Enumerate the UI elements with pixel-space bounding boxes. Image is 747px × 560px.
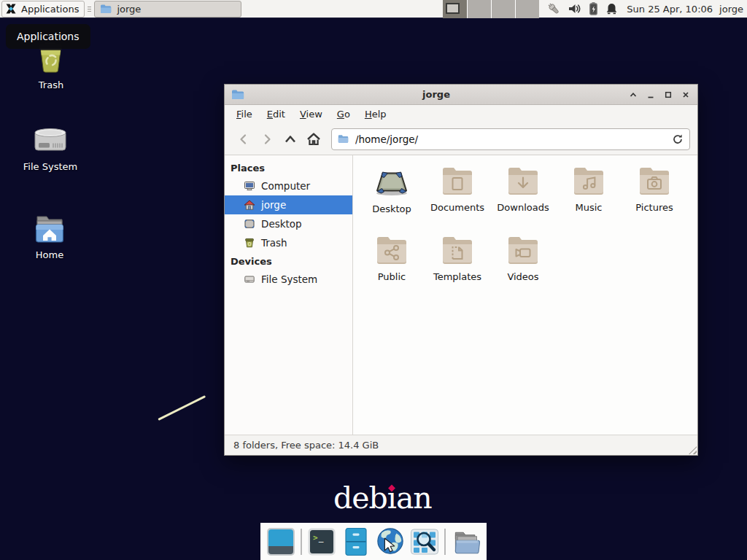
status-bar: 8 folders, Free space: 14.4 GiB (225, 435, 697, 455)
menu-help[interactable]: Help (357, 109, 394, 120)
sidebar-item-file-system[interactable]: File System (225, 270, 352, 289)
applications-menu-button[interactable]: Applications (1, 1, 85, 18)
menu-edit[interactable]: Edit (260, 109, 293, 120)
file-item-pictures[interactable]: Pictures (622, 164, 687, 233)
document-folder-icon (440, 166, 475, 197)
status-text: 8 folders, Free space: 14.4 GiB (233, 440, 379, 451)
terminal-prompt: >_ (313, 533, 324, 542)
web-browser-launcher[interactable] (376, 527, 405, 556)
drive-icon (31, 124, 69, 158)
taskbar-window-button[interactable]: jorge (94, 1, 241, 18)
sidebar-item-label: Desktop (261, 218, 302, 230)
workspace-2[interactable] (467, 0, 491, 18)
desktop-icon-home[interactable]: Home (13, 212, 86, 260)
download-folder-icon (506, 166, 541, 197)
sidebar-places-header: Places (225, 159, 352, 176)
file-label: Downloads (497, 202, 549, 213)
show-desktop-button[interactable] (266, 527, 295, 556)
file-item-desktop[interactable]: Desktop (359, 164, 425, 233)
file-item-templates[interactable]: Templates (425, 233, 490, 303)
debian-wallpaper-logo: debıan (333, 481, 432, 516)
back-button[interactable] (232, 128, 255, 150)
menu-view[interactable]: View (293, 109, 330, 120)
sidebar: Places Computer jorge (225, 155, 353, 435)
app-finder-icon (410, 527, 439, 556)
workspace-3[interactable] (491, 0, 515, 18)
trash-icon (244, 237, 255, 249)
forward-button[interactable] (255, 128, 279, 150)
menu-file[interactable]: File (229, 109, 260, 120)
workspace-4[interactable] (515, 0, 539, 18)
minimize-icon[interactable] (646, 90, 656, 100)
workspace-switcher[interactable] (443, 0, 539, 18)
file-label: Music (576, 202, 603, 213)
menu-go[interactable]: Go (330, 109, 357, 120)
plug-tray-icon[interactable] (546, 1, 561, 16)
file-label: Templates (433, 271, 481, 282)
applications-menu-label: Applications (21, 4, 79, 15)
window-title: jorge (244, 89, 628, 100)
home-folder-icon (31, 212, 68, 246)
close-icon[interactable] (681, 90, 691, 100)
panel-separator-handle (86, 1, 93, 17)
file-cabinet-icon (343, 527, 369, 556)
toolbar (225, 123, 697, 155)
folder-icon (100, 4, 112, 14)
file-label: Desktop (372, 203, 411, 214)
file-manager-launcher[interactable] (451, 527, 480, 556)
bell-tray-icon[interactable] (605, 2, 618, 15)
system-tray (546, 1, 618, 16)
desktop-icon-file-system[interactable]: File System (14, 124, 87, 172)
sidebar-item-label: File System (261, 273, 317, 285)
file-view: Desktop Documents (353, 155, 697, 435)
file-item-documents[interactable]: Documents (425, 164, 490, 233)
xfce-logo-icon (4, 2, 18, 15)
sidebar-item-label: jorge (261, 199, 286, 211)
battery-tray-icon[interactable] (588, 1, 599, 16)
panel-clock[interactable]: Sun 25 Apr, 10:06 (627, 4, 713, 15)
file-item-public[interactable]: Public (359, 233, 425, 303)
up-button[interactable] (279, 128, 302, 150)
videos-folder-icon (506, 236, 541, 266)
workspace-1[interactable] (443, 0, 467, 18)
sidebar-item-trash[interactable]: Trash (225, 233, 352, 252)
sidebar-item-jorge[interactable]: jorge (225, 195, 352, 214)
app-finder-launcher[interactable] (410, 527, 439, 556)
panel-username: jorge (719, 4, 743, 15)
file-label: Public (378, 271, 406, 282)
file-manager-window: jorge File Edit View Go Help (224, 84, 698, 456)
sidebar-item-label: Trash (261, 237, 287, 249)
pictures-folder-icon (637, 166, 672, 197)
home-button[interactable] (302, 128, 325, 150)
maximize-icon[interactable] (663, 90, 673, 100)
applications-tooltip: Applications (6, 24, 90, 49)
window-titlebar[interactable]: jorge (225, 85, 697, 105)
file-item-downloads[interactable]: Downloads (490, 164, 556, 233)
shade-icon[interactable] (628, 90, 638, 100)
sidebar-item-computer[interactable]: Computer (225, 176, 352, 195)
dock-separator (301, 529, 302, 555)
file-manager-icon (451, 527, 480, 556)
resize-grip[interactable] (689, 446, 697, 454)
terminal-launcher[interactable]: >_ (307, 527, 336, 556)
refresh-icon[interactable] (672, 133, 684, 145)
desktop-icon-label: Home (36, 249, 63, 260)
file-item-videos[interactable]: Videos (490, 233, 556, 303)
path-input[interactable] (354, 133, 667, 146)
file-label: Videos (507, 271, 538, 282)
file-cabinet-launcher[interactable] (341, 527, 371, 556)
desktop-icon-label: Trash (39, 79, 63, 90)
share-folder-icon (374, 236, 409, 266)
desktop-icon-label: File System (23, 161, 77, 172)
home-icon (244, 199, 255, 211)
sidebar-item-desktop[interactable]: Desktop (225, 214, 352, 233)
window-folder-icon[interactable] (231, 89, 244, 100)
file-label: Pictures (635, 202, 673, 213)
desktop-icon (244, 218, 255, 230)
computer-icon (244, 180, 255, 192)
volume-tray-icon[interactable] (568, 2, 581, 15)
file-item-music[interactable]: Music (556, 164, 622, 233)
workspace-window-miniature (446, 3, 460, 14)
location-bar[interactable] (331, 128, 690, 150)
templates-folder-icon (440, 236, 475, 266)
